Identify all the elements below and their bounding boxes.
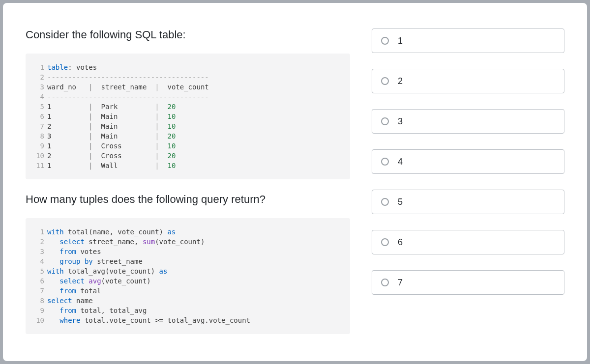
line-code: ward_no | street_name | vote_count — [47, 82, 209, 92]
line-number: 11 — [32, 161, 44, 170]
query-line: 1with total(name, vote_count) as — [32, 227, 343, 237]
radio-icon — [381, 158, 389, 166]
line-code: table: votes — [47, 62, 97, 72]
line-code: 1 | Main | 10 — [47, 112, 176, 121]
radio-icon — [381, 198, 389, 206]
table-line: 83 | Main | 20 — [32, 131, 343, 141]
line-number: 7 — [32, 121, 44, 131]
table-line: 3ward_no | street_name | vote_count — [32, 82, 343, 92]
line-number: 1 — [32, 62, 44, 72]
question-prompt-2: How many tuples does the following query… — [26, 192, 350, 207]
line-code: 2 | Cross | 20 — [47, 151, 176, 161]
radio-icon — [381, 238, 389, 246]
line-number: 10 — [32, 151, 44, 161]
line-code: --------------------------------------- — [47, 92, 209, 102]
line-number: 9 — [32, 141, 44, 151]
query-line: 4 group by street_name — [32, 256, 343, 266]
query-line: 8select name — [32, 296, 343, 306]
table-line: 1table: votes — [32, 62, 343, 72]
quiz-content: Consider the following SQL table: 1table… — [3, 3, 587, 361]
answer-options: 1234567 — [372, 28, 564, 341]
answer-label: 1 — [398, 36, 403, 46]
answer-label: 2 — [398, 76, 403, 86]
line-code: where total.vote_count >= total_avg.vote… — [47, 315, 250, 325]
query-line: 2 select street_name, sum(vote_count) — [32, 237, 343, 247]
query-line: 7 from total — [32, 286, 343, 296]
answer-option-7[interactable]: 7 — [372, 270, 564, 295]
line-code: with total(name, vote_count) as — [47, 227, 176, 237]
table-line: 61 | Main | 10 — [32, 112, 343, 121]
line-number: 6 — [32, 112, 44, 121]
line-number: 5 — [32, 266, 44, 276]
table-line: 51 | Park | 20 — [32, 102, 343, 112]
radio-icon — [381, 279, 389, 286]
query-line: 6 select avg(vote_count) — [32, 276, 343, 286]
line-number: 7 — [32, 286, 44, 296]
answer-option-1[interactable]: 1 — [372, 28, 564, 53]
line-number: 8 — [32, 131, 44, 141]
query-line: 10 where total.vote_count >= total_avg.v… — [32, 315, 343, 325]
line-code: with total_avg(vote_count) as — [47, 266, 167, 276]
answer-option-5[interactable]: 5 — [372, 190, 564, 214]
table-line: 2--------------------------------------- — [32, 72, 343, 82]
line-number: 2 — [32, 237, 44, 247]
answer-label: 5 — [398, 197, 403, 207]
question-prompt-1: Consider the following SQL table: — [26, 28, 350, 43]
table-line: 91 | Cross | 10 — [32, 141, 343, 151]
line-number: 3 — [32, 82, 44, 92]
answer-label: 6 — [398, 237, 403, 248]
line-code: 1 | Park | 20 — [47, 102, 176, 112]
line-code: from total — [47, 286, 101, 296]
code-block-table: 1table: votes2--------------------------… — [26, 54, 350, 179]
line-code: select street_name, sum(vote_count) — [47, 237, 205, 247]
answer-option-3[interactable]: 3 — [372, 109, 564, 134]
line-code: 2 | Main | 10 — [47, 121, 176, 131]
line-code: from total, total_avg — [47, 306, 147, 315]
line-number: 10 — [32, 315, 44, 325]
line-number: 5 — [32, 102, 44, 112]
line-code: --------------------------------------- — [47, 72, 209, 82]
line-number: 9 — [32, 306, 44, 315]
radio-icon — [381, 117, 389, 125]
answer-option-2[interactable]: 2 — [372, 69, 564, 93]
line-number: 6 — [32, 276, 44, 286]
answer-option-6[interactable]: 6 — [372, 230, 564, 254]
radio-icon — [381, 77, 389, 85]
code-block-query: 1with total(name, vote_count) as2 select… — [26, 218, 350, 334]
table-line: 111 | Wall | 10 — [32, 161, 343, 170]
line-number: 4 — [32, 256, 44, 266]
question-column: Consider the following SQL table: 1table… — [26, 28, 350, 341]
line-code: select name — [47, 296, 93, 306]
query-line: 5with total_avg(vote_count) as — [32, 266, 343, 276]
answer-label: 4 — [398, 157, 403, 167]
line-number: 2 — [32, 72, 44, 82]
line-code: 3 | Main | 20 — [47, 131, 176, 141]
quiz-card: Consider the following SQL table: 1table… — [3, 3, 587, 361]
query-line: 3 from votes — [32, 247, 343, 256]
answer-label: 3 — [398, 116, 403, 127]
line-code: from votes — [47, 247, 101, 256]
line-number: 8 — [32, 296, 44, 306]
table-line: 102 | Cross | 20 — [32, 151, 343, 161]
line-code: select avg(vote_count) — [47, 276, 151, 286]
answer-option-4[interactable]: 4 — [372, 149, 564, 174]
table-line: 72 | Main | 10 — [32, 121, 343, 131]
radio-icon — [381, 37, 389, 45]
line-code: 1 | Wall | 10 — [47, 161, 176, 170]
line-number: 1 — [32, 227, 44, 237]
table-line: 4--------------------------------------- — [32, 92, 343, 102]
query-line: 9 from total, total_avg — [32, 306, 343, 315]
answer-label: 7 — [398, 278, 403, 288]
line-code: 1 | Cross | 10 — [47, 141, 176, 151]
line-number: 3 — [32, 247, 44, 256]
line-code: group by street_name — [47, 256, 143, 266]
line-number: 4 — [32, 92, 44, 102]
